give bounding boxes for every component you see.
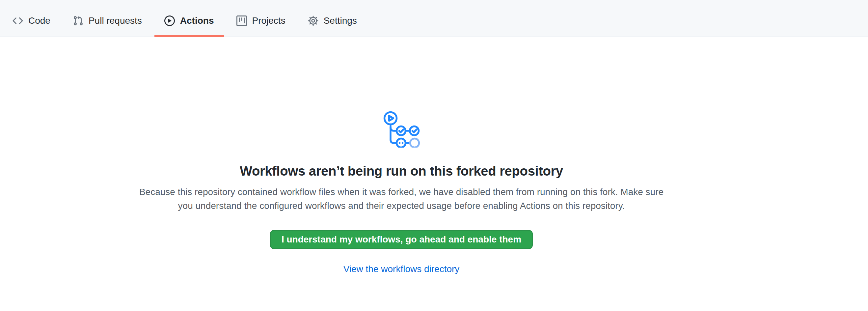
view-workflows-directory-link[interactable]: View the workflows directory — [343, 264, 460, 274]
actions-blankslate: Workflows aren’t being run on this forke… — [0, 37, 868, 275]
active-tab-underline — [154, 35, 224, 37]
tab-label: Pull requests — [89, 16, 142, 25]
play-icon — [164, 15, 175, 26]
tab-settings[interactable]: Settings — [298, 0, 367, 37]
gear-icon — [308, 15, 318, 26]
tab-pull-requests[interactable]: Pull requests — [63, 0, 152, 37]
repo-tab-bar: Code Pull requests Actions Projects — [0, 0, 868, 37]
tab-label: Settings — [324, 16, 357, 25]
tab-label: Actions — [180, 16, 214, 25]
project-icon — [237, 15, 247, 26]
tab-code[interactable]: Code — [3, 0, 60, 37]
tab-label: Code — [28, 16, 51, 25]
workflow-graph-icon — [383, 111, 420, 148]
enable-workflows-button[interactable]: I understand my workflows, go ahead and … — [270, 230, 533, 249]
code-icon — [12, 15, 23, 26]
git-pull-request-icon — [73, 15, 83, 26]
tab-label: Projects — [252, 16, 285, 25]
blankslate-heading: Workflows aren’t being run on this forke… — [125, 163, 678, 179]
blankslate-description: Because this repository contained workfl… — [136, 185, 666, 213]
tab-projects[interactable]: Projects — [226, 0, 296, 37]
tab-actions[interactable]: Actions — [154, 0, 224, 37]
